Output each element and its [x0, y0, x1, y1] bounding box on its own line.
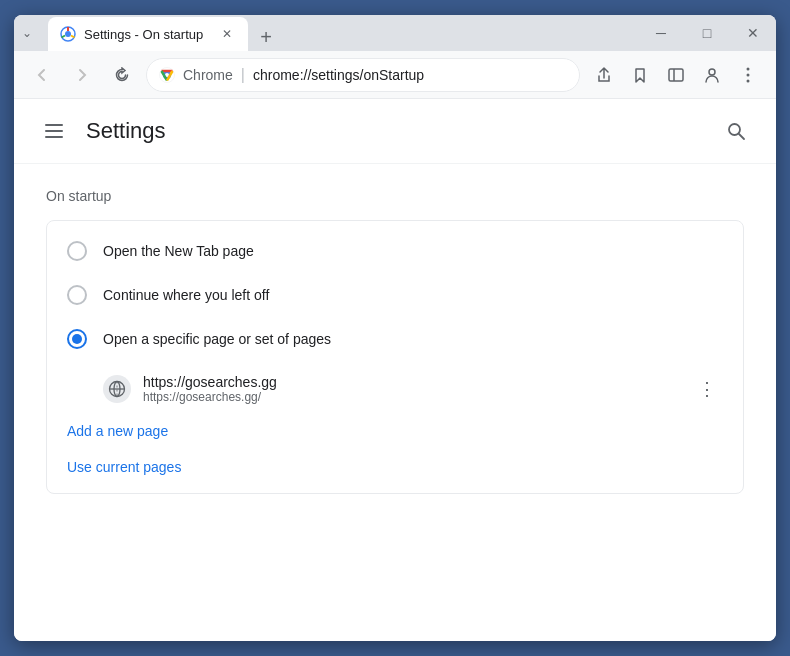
sidebar-button[interactable]: [660, 59, 692, 91]
option-continue[interactable]: Continue where you left off: [47, 273, 743, 317]
option-specific-pages-label: Open a specific page or set of pages: [103, 331, 331, 347]
svg-point-1: [65, 31, 71, 37]
minimize-button[interactable]: ─: [638, 15, 684, 53]
main-content: PC risk.com On startup Open the New Tab …: [14, 164, 776, 518]
svg-point-9: [747, 73, 750, 76]
tab-bar: ⌄ Settings - On startup ✕ + ─ □ ✕: [14, 15, 776, 51]
site-icon: [103, 375, 131, 403]
browser-name: Chrome: [183, 67, 233, 83]
hamburger-line-2: [45, 130, 63, 132]
chrome-menu-button[interactable]: [732, 59, 764, 91]
startup-options-card: Open the New Tab page Continue where you…: [46, 220, 744, 494]
forward-button[interactable]: [66, 59, 98, 91]
add-new-page-button[interactable]: Add a new page: [47, 413, 188, 449]
page-url-text: https://gosearches.gg/: [143, 390, 679, 404]
page-title-text: https://gosearches.gg: [143, 374, 679, 390]
hamburger-menu-button[interactable]: [38, 115, 70, 147]
startup-pages-list: https://gosearches.gg https://gosearches…: [103, 365, 743, 413]
svg-rect-5: [669, 69, 683, 81]
svg-point-8: [747, 67, 750, 70]
radio-new-tab[interactable]: [67, 241, 87, 261]
tabs-area: Settings - On startup ✕ +: [40, 15, 638, 51]
hamburger-line-3: [45, 136, 63, 138]
address-bar[interactable]: Chrome | chrome://settings/onStartup: [146, 58, 580, 92]
page-info: https://gosearches.gg https://gosearches…: [143, 374, 679, 404]
bookmark-button[interactable]: [624, 59, 656, 91]
chrome-logo-icon: [159, 67, 175, 83]
tab-close-button[interactable]: ✕: [218, 25, 236, 43]
tab-title: Settings - On startup: [84, 27, 210, 42]
radio-inner-dot: [72, 334, 82, 344]
svg-point-10: [747, 79, 750, 82]
startup-page-item: https://gosearches.gg https://gosearches…: [103, 365, 743, 413]
hamburger-line-1: [45, 124, 63, 126]
globe-icon: [108, 380, 126, 398]
svg-point-7: [709, 69, 715, 75]
reload-button[interactable]: [106, 59, 138, 91]
maximize-button[interactable]: □: [684, 15, 730, 53]
settings-page-title: Settings: [86, 118, 166, 144]
address-divider: |: [241, 66, 245, 84]
active-tab[interactable]: Settings - On startup ✕: [48, 17, 248, 51]
nav-actions: [588, 59, 764, 91]
option-continue-label: Continue where you left off: [103, 287, 269, 303]
content-area: Settings PC risk.com On startup Open: [14, 99, 776, 641]
new-tab-button[interactable]: +: [252, 23, 280, 51]
radio-specific-pages[interactable]: [67, 329, 87, 349]
tab-favicon: [60, 26, 76, 42]
window-controls: ─ □ ✕: [638, 15, 776, 51]
option-specific-pages[interactable]: Open a specific page or set of pages: [47, 317, 743, 361]
chevron-down-icon[interactable]: ⌄: [14, 15, 40, 51]
option-new-tab[interactable]: Open the New Tab page: [47, 229, 743, 273]
settings-search-button[interactable]: [720, 115, 752, 147]
page-more-button[interactable]: ⋮: [691, 373, 723, 405]
profile-button[interactable]: [696, 59, 728, 91]
browser-window: ⌄ Settings - On startup ✕ + ─ □ ✕: [14, 15, 776, 641]
svg-point-11: [729, 124, 740, 135]
close-button[interactable]: ✕: [730, 15, 776, 53]
svg-line-12: [739, 134, 744, 139]
use-current-pages-button[interactable]: Use current pages: [47, 449, 201, 485]
settings-title-group: Settings: [38, 115, 166, 147]
url-text: chrome://settings/onStartup: [253, 67, 424, 83]
radio-continue[interactable]: [67, 285, 87, 305]
settings-header: Settings: [14, 99, 776, 164]
back-button[interactable]: [26, 59, 58, 91]
option-new-tab-label: Open the New Tab page: [103, 243, 254, 259]
section-title: On startup: [46, 188, 744, 204]
share-button[interactable]: [588, 59, 620, 91]
navigation-bar: Chrome | chrome://settings/onStartup: [14, 51, 776, 99]
